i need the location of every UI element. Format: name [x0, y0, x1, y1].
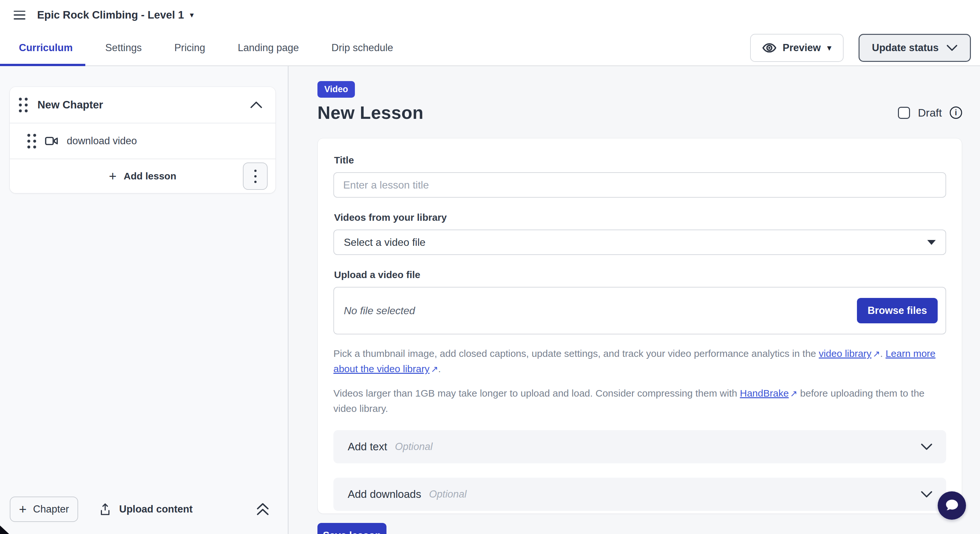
curriculum-sidebar: New Chapter download video + Add lesson	[0, 66, 288, 534]
add-lesson-label: Add lesson	[124, 171, 177, 182]
lesson-type-badge: Video	[317, 81, 355, 98]
file-upload-dropzone[interactable]: No file selected Browse files	[333, 287, 946, 334]
header-actions: Preview ▾ Update status	[750, 34, 980, 62]
app-header: Epic Rock Climbing - Level 1 ▾ Curriculu…	[0, 0, 980, 66]
video-library-link[interactable]: video library↗	[819, 348, 880, 359]
library-field-label: Videos from your library	[334, 212, 946, 223]
upload-field-label: Upload a video file	[334, 269, 946, 280]
tab-pricing[interactable]: Pricing	[174, 42, 205, 54]
draft-toggle-group: Draft i	[898, 106, 962, 119]
preview-label: Preview	[783, 42, 821, 54]
upload-icon	[99, 503, 111, 516]
tab-settings[interactable]: Settings	[105, 42, 142, 54]
preview-button[interactable]: Preview ▾	[750, 34, 843, 62]
handbrake-link[interactable]: HandBrake↗	[740, 388, 798, 399]
add-lesson-button[interactable]: + Add lesson	[109, 171, 176, 182]
drag-handle-icon[interactable]	[19, 98, 28, 112]
info-icon[interactable]: i	[950, 106, 962, 119]
lesson-title-input[interactable]	[333, 172, 946, 198]
topbar: Epic Rock Climbing - Level 1 ▾	[0, 0, 980, 30]
hamburger-menu-icon[interactable]	[14, 11, 25, 19]
lesson-item[interactable]: download video	[10, 123, 275, 159]
draft-checkbox[interactable]	[898, 107, 910, 119]
collapse-chapter-button[interactable]	[250, 101, 262, 108]
lesson-editor-panel: Video New Lesson Draft i Title Videos fr…	[288, 66, 980, 534]
chapter-card: New Chapter download video + Add lesson	[10, 87, 275, 193]
add-chapter-button[interactable]: + Chapter	[10, 497, 78, 522]
course-title-dropdown[interactable]: Epic Rock Climbing - Level 1 ▾	[37, 9, 194, 21]
file-upload-empty-text: No file selected	[344, 305, 415, 317]
active-tab-indicator	[0, 64, 85, 66]
page-title: New Lesson	[317, 102, 423, 123]
add-downloads-label: Add downloads	[348, 488, 421, 501]
save-lesson-button[interactable]: Save lesson	[317, 523, 387, 534]
video-library-select[interactable]: Select a video file	[333, 230, 946, 255]
add-chapter-label: Chapter	[33, 504, 69, 515]
course-title: Epic Rock Climbing - Level 1	[37, 9, 184, 21]
add-downloads-hint: Optional	[429, 488, 466, 500]
title-field-label: Title	[334, 155, 946, 166]
sidebar-footer: + Chapter Upload content	[0, 488, 288, 534]
chevron-down-icon	[921, 491, 932, 498]
chevron-down-icon	[921, 443, 932, 450]
chapter-options-button[interactable]	[243, 162, 267, 190]
chapter-header[interactable]: New Chapter	[10, 87, 275, 123]
chevron-down-icon	[947, 44, 958, 51]
chapter-title: New Chapter	[37, 99, 103, 111]
caret-down-icon: ▾	[827, 43, 831, 52]
video-library-help-text: Pick a thumbnail image, add closed capti…	[333, 346, 946, 377]
chapter-footer: + Add lesson	[10, 159, 275, 193]
browse-files-button[interactable]: Browse files	[857, 298, 938, 323]
corner-wedge	[0, 526, 9, 534]
tab-landing-page[interactable]: Landing page	[238, 42, 299, 54]
upload-content-button[interactable]: Upload content	[99, 503, 193, 516]
eye-icon	[762, 43, 776, 53]
video-camera-icon	[45, 136, 58, 146]
lesson-form-card: Title Videos from your library Select a …	[317, 138, 962, 514]
chat-bubble-icon	[943, 497, 961, 514]
chat-widget-button[interactable]	[938, 491, 966, 520]
content-layout: New Chapter download video + Add lesson	[0, 66, 980, 534]
tab-bar: Curriculum Settings Pricing Landing page…	[0, 30, 980, 65]
update-status-button[interactable]: Update status	[859, 34, 971, 62]
upload-content-label: Upload content	[119, 504, 193, 515]
external-link-icon: ↗	[431, 362, 438, 377]
double-chevron-up-icon	[256, 502, 270, 517]
update-status-label: Update status	[872, 42, 939, 54]
compression-help-text: Videos larger than 1GB may take longer t…	[333, 386, 946, 416]
add-text-section[interactable]: Add text Optional	[333, 430, 946, 463]
external-link-icon: ↗	[790, 386, 798, 401]
lesson-title: download video	[67, 135, 137, 147]
drag-handle-icon[interactable]	[27, 134, 36, 148]
add-downloads-section[interactable]: Add downloads Optional	[333, 478, 946, 511]
add-text-label: Add text	[348, 440, 387, 453]
tab-drip-schedule[interactable]: Drip schedule	[331, 42, 393, 54]
draft-label: Draft	[918, 106, 942, 119]
caret-down-icon	[927, 240, 936, 245]
chevron-up-icon	[250, 101, 262, 108]
external-link-icon: ↗	[873, 347, 880, 361]
kebab-icon	[254, 170, 256, 172]
add-text-hint: Optional	[395, 441, 433, 453]
tab-curriculum[interactable]: Curriculum	[19, 42, 73, 54]
caret-down-icon: ▾	[190, 10, 194, 19]
collapse-sidebar-button[interactable]	[256, 502, 270, 517]
video-library-selected-value: Select a video file	[344, 237, 426, 248]
lesson-header: New Lesson Draft i	[317, 102, 962, 123]
